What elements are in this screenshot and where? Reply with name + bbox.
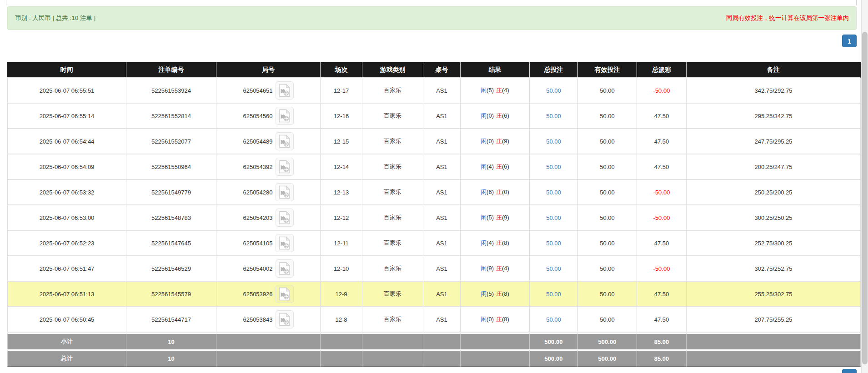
film-document-icon [279,262,291,275]
cell-session: 12-17 [321,78,362,104]
film-document-icon [279,313,291,326]
result-banker-count: (0) [502,189,509,195]
page-button-1-bottom[interactable]: 1 [842,369,857,373]
result-player-count: (5) [487,214,494,221]
cell-remark: 300.25/250.25 [687,205,861,231]
film-document-icon [279,236,291,250]
result-banker-count: (4) [502,87,509,94]
cell-valid-bet: 50.00 [578,129,637,154]
table-footer: 小计10500.00500.0085.00总计10500.00500.0085.… [7,333,861,367]
video-replay-button[interactable] [276,81,294,99]
cell-payout: -50.00 [637,205,687,231]
cell-table-no: AS1 [423,205,461,231]
result-player-label: 闲 [481,189,487,195]
table-row: 2025-06-07 06:51:47 522561546529 6250540… [7,256,861,282]
result-banker-count: (8) [502,316,509,323]
video-replay-button[interactable] [276,183,294,201]
cell-valid-bet: 50.00 [578,180,637,205]
result-banker-label: 庄 [496,163,502,170]
cell-result: 闲(9)庄(4) [461,256,530,282]
result-player-label: 闲 [481,138,487,144]
video-replay-button[interactable] [276,158,294,176]
cell-remark: 250.25/200.25 [687,180,861,205]
film-document-icon [279,185,291,199]
total-bet-link[interactable]: 50.00 [546,291,561,298]
summary-bar: 币别 : 人民币 | 总共 :10 注单 | 同局有效投注，统一计算在该局第一张… [7,6,857,30]
cell-result: 闲(4)庄(8) [461,231,530,256]
cell-result: 闲(6)庄(0) [461,180,530,205]
footer-cell-total_bet: 500.00 [530,333,578,349]
cell-remark: 252.75/300.25 [687,231,861,256]
total-bet-link[interactable]: 50.00 [546,189,561,196]
round-number: 625054392 [243,164,272,170]
footer-cell-empty [461,349,530,367]
cell-valid-bet: 50.00 [578,256,637,282]
video-replay-button[interactable] [276,259,294,278]
result-player-count: (4) [487,163,494,170]
cell-round: 625054105 [216,231,321,256]
cell-remark: 207.75/255.25 [687,307,861,333]
column-header-5: 游戏类别 [362,62,423,78]
table-row: 2025-06-07 06:53:32 522561549779 6250542… [7,180,861,205]
scrollbar-thumb[interactable] [862,32,868,364]
result-player-label: 闲 [481,112,487,119]
cell-result: 闲(5)庄(9) [461,205,530,231]
cell-round: 625053843 [216,307,321,333]
footer-cell-empty [216,349,321,367]
round-number: 625054560 [243,113,272,119]
column-header-4: 场次 [321,62,362,78]
result-player-count: (0) [487,316,494,323]
video-replay-button[interactable] [276,310,294,328]
footer-cell-empty [461,333,530,349]
footer-cell-empty [687,333,861,349]
cell-remark: 200.25/247.75 [687,154,861,180]
table-row: 2025-06-07 06:54:09 522561550964 6250543… [7,154,861,180]
column-header-6: 桌号 [423,62,461,78]
total-bet-link[interactable]: 50.00 [546,164,561,170]
cell-game-type: 百家乐 [362,104,423,129]
total-bet-link[interactable]: 50.00 [546,240,561,247]
cell-round: 625053926 [216,282,321,307]
total-bet-link[interactable]: 50.00 [546,316,561,323]
film-document-icon [279,134,291,148]
video-replay-button[interactable] [276,209,294,227]
cell-time: 2025-06-07 06:51:47 [7,256,126,282]
cell-bet-id: 522561545579 [126,282,216,307]
total-bet-link[interactable]: 50.00 [546,138,561,145]
video-replay-button[interactable] [276,234,294,252]
table-row: 2025-06-07 06:52:23 522561547645 6250541… [7,231,861,256]
cell-payout: -50.00 [637,180,687,205]
result-banker-count: (8) [502,290,509,297]
video-replay-button[interactable] [276,132,294,150]
result-banker-label: 庄 [496,214,502,221]
scrollbar[interactable] [861,0,868,373]
footer-cell-empty [362,349,423,367]
pagination-bottom: 1 [842,369,857,373]
panel-top-edge [6,0,857,5]
video-replay-button[interactable] [276,285,294,303]
result-player-count: (0) [487,138,494,144]
total-bet-link[interactable]: 50.00 [546,214,561,221]
cell-table-no: AS1 [423,180,461,205]
total-bet-link[interactable]: 50.00 [546,87,561,94]
cell-session: 12-13 [321,180,362,205]
cell-remark: 247.75/295.25 [687,129,861,154]
cell-total-bet: 50.00 [530,180,578,205]
cell-time: 2025-06-07 06:51:13 [7,282,126,307]
cell-remark: 302.75/252.75 [687,256,861,282]
result-banker-label: 庄 [496,265,502,272]
result-banker-label: 庄 [496,112,502,119]
total-bet-link[interactable]: 50.00 [546,113,561,119]
page-button-1[interactable]: 1 [842,35,857,47]
result-banker-label: 庄 [496,239,502,246]
total-bet-link[interactable]: 50.00 [546,265,561,272]
cell-game-type: 百家乐 [362,129,423,154]
cell-session: 12-16 [321,104,362,129]
video-replay-button[interactable] [276,107,294,125]
cell-session: 12-8 [321,307,362,333]
result-player-label: 闲 [481,163,487,170]
grand-total-row: 总计10500.00500.0085.00 [7,349,861,367]
cell-table-no: AS1 [423,307,461,333]
cell-round: 625054392 [216,154,321,180]
cell-result: 闲(0)庄(9) [461,129,530,154]
